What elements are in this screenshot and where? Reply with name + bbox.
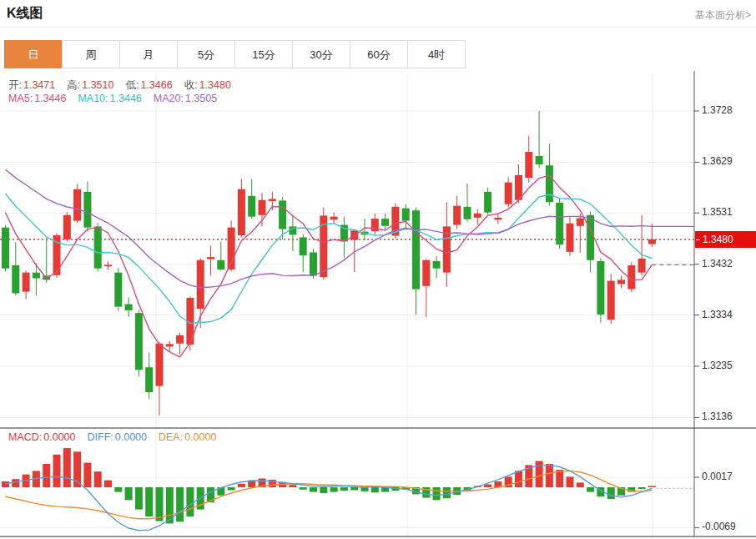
ohlc-legend: 开:1.3471高:1.3510低:1.3466收:1.3480	[8, 78, 243, 93]
legend-value: 0.0000	[184, 431, 216, 443]
legend-label: MA5:	[8, 93, 33, 104]
ma20-line	[6, 169, 653, 288]
candles-group	[2, 111, 656, 416]
legend-ma-item: MA10:1.3446	[78, 93, 141, 104]
legend-label: 高:	[67, 79, 80, 91]
legend-ma-item: MA5:1.3446	[8, 93, 66, 104]
kline-page: K线图 基本面分析> 日周月5分15分30分60分4时 开:1.3471高:1.…	[0, 0, 756, 539]
legend-label: MA10:	[78, 93, 108, 104]
legend-label: 开:	[8, 79, 22, 91]
legend-value: 0.0000	[43, 431, 75, 443]
y-axis-label: -0.0069	[702, 521, 753, 532]
legend-value: 1.3446	[110, 93, 142, 104]
ma-legend: MA5:1.3446MA10:1.3446MA20:1.3505	[8, 93, 229, 104]
y-axis-label: 1.3629	[702, 155, 753, 167]
legend-value: 1.3471	[23, 79, 55, 91]
y-axis-label: 1.3531	[702, 206, 753, 218]
legend-macd-item: DIFF:0.0000	[88, 431, 147, 443]
legend-value: 1.3505	[185, 93, 217, 104]
legend-ohlc-item: 高:1.3510	[67, 79, 113, 91]
legend-value: 0.0000	[115, 431, 147, 443]
y-axis-label: 1.3235	[702, 360, 753, 371]
legend-ohlc-item: 低:1.3466	[125, 79, 172, 91]
legend-label: 收:	[184, 79, 198, 91]
y-axis-label: 0.0017	[702, 471, 753, 482]
legend-value: 1.3480	[199, 79, 231, 91]
legend-value: 1.3446	[34, 93, 66, 104]
legend-ohlc-item: 开:1.3471	[8, 79, 55, 91]
legend-label: DEA:	[159, 431, 183, 443]
legend-value: 1.3510	[82, 79, 113, 91]
legend-macd-item: MACD:0.0000	[8, 431, 76, 443]
y-axis-label: 1.3136	[702, 411, 753, 422]
legend-label: MA20:	[154, 93, 184, 104]
legend-label: DIFF:	[88, 431, 113, 443]
price-badge: 1.3480	[695, 231, 756, 248]
macd-legend: MACD:0.0000DIFF:0.0000DEA:0.0000	[8, 431, 228, 443]
legend-label: 低:	[125, 79, 139, 91]
legend-ma-item: MA20:1.3505	[154, 93, 217, 104]
legend-macd-item: DEA:0.0000	[159, 431, 216, 443]
diff-line	[6, 465, 653, 530]
ma5-line	[6, 175, 653, 357]
legend-ohlc-item: 收:1.3480	[184, 79, 231, 91]
y-axis-label: 1.3334	[702, 309, 753, 320]
legend-value: 1.3466	[140, 79, 172, 91]
dea-line	[6, 471, 653, 518]
legend-label: MACD:	[8, 431, 42, 443]
y-axis-label: 1.3432	[702, 258, 753, 270]
y-axis-label: 1.3728	[702, 104, 753, 116]
